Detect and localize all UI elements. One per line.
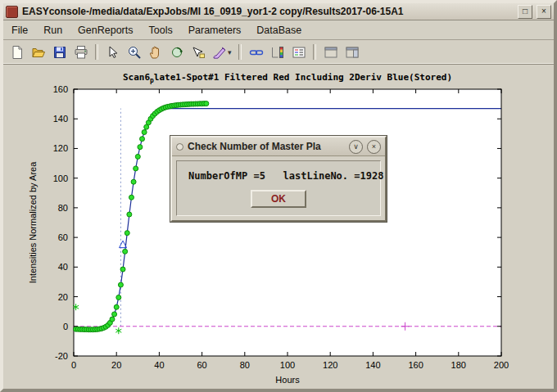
svg-text:0: 0 [63, 322, 68, 331]
plot-title-post: late1-Spot#1 Filtered Red Including 2Der… [154, 72, 452, 83]
toolbar-separator [313, 44, 316, 60]
dialog-button-row: OK [183, 190, 374, 208]
open-button[interactable] [28, 43, 48, 61]
minimize-button[interactable]: □ [518, 5, 532, 19]
dialog-shade-button[interactable]: ∨ [349, 140, 363, 154]
close-button[interactable]: × [537, 5, 551, 19]
menu-item-genreports[interactable]: GenReports [78, 25, 133, 36]
svg-text:40: 40 [154, 360, 164, 370]
svg-text:60: 60 [197, 360, 206, 370]
pan-hand-icon [148, 45, 163, 60]
close-icon: × [372, 142, 376, 151]
brush-button[interactable] [209, 43, 229, 61]
svg-text:160: 160 [408, 360, 423, 370]
link-plots-button[interactable] [246, 43, 266, 61]
toolbar: ▾ [3, 40, 554, 65]
window-title: EASYconsole-/media/data/ExpJobs/MI 16_09… [22, 6, 514, 17]
save-button[interactable] [49, 43, 70, 61]
brush-icon [212, 45, 227, 60]
svg-text:120: 120 [323, 360, 337, 370]
plot-background [74, 89, 501, 356]
dialog-message: NumberOfMP =5 lastLineNo. =1928 [188, 170, 374, 182]
show-plot-tools-icon [345, 45, 360, 60]
open-folder-icon [31, 45, 46, 60]
menu-item-run[interactable]: Run [43, 25, 62, 36]
svg-text:140: 140 [53, 114, 68, 124]
dialog-body: NumberOfMP =5 lastLineNo. =1928 OK [176, 160, 381, 216]
pan-button[interactable] [145, 43, 165, 61]
plot-title: Scan6plate1-Spot#1 Filtered Red Includin… [74, 72, 501, 84]
close-icon: × [541, 7, 546, 16]
toolbar-separator [238, 44, 242, 60]
svg-text:80: 80 [58, 203, 68, 213]
svg-text:180: 180 [451, 360, 466, 370]
svg-text:120: 120 [53, 143, 68, 153]
insert-legend-button[interactable] [288, 43, 309, 61]
zoom-in-icon [127, 45, 142, 60]
data-cursor-icon [191, 45, 206, 60]
svg-text:100: 100 [53, 173, 68, 183]
menu-bar: File Run GenReports Tools Parameters Dat… [3, 20, 554, 40]
svg-text:0: 0 [71, 360, 76, 370]
show-plot-tools-button[interactable] [342, 43, 362, 61]
svg-text:-20: -20 [55, 351, 68, 361]
y-axis-label: Intensities Normalized by Area [28, 161, 38, 283]
hide-plot-tools-icon [324, 45, 338, 60]
svg-text:80: 80 [240, 360, 250, 370]
new-file-icon [10, 45, 25, 60]
chart-canvas[interactable]: 020406080100120140160180200-200204060801… [3, 65, 554, 389]
zoom-in-button[interactable] [124, 43, 144, 61]
ok-button[interactable]: OK [251, 190, 306, 208]
brush-dropdown-arrow[interactable]: ▾ [228, 48, 234, 56]
toolbar-separator [95, 44, 98, 60]
menu-item-database[interactable]: DataBase [256, 25, 301, 36]
menu-item-tools[interactable]: Tools [149, 25, 173, 36]
svg-text:20: 20 [58, 292, 68, 302]
dialog-icon [176, 143, 183, 151]
title-bar[interactable]: EASYconsole-/media/data/ExpJobs/MI 16_09… [3, 3, 554, 20]
svg-text:20: 20 [111, 360, 121, 370]
dialog-title: Check Number of Master Pla [188, 141, 345, 152]
svg-text:60: 60 [58, 232, 68, 242]
data-cursor-button[interactable] [188, 43, 208, 61]
legend-icon [292, 45, 306, 60]
plot-title-pre: Scan6 [123, 72, 150, 83]
svg-text:200: 200 [494, 360, 509, 370]
app-window: EASYconsole-/media/data/ExpJobs/MI 16_09… [0, 0, 557, 392]
svg-text:160: 160 [53, 84, 68, 94]
colorbar-icon [270, 45, 285, 60]
svg-text:140: 140 [365, 360, 380, 370]
menu-item-parameters[interactable]: Parameters [188, 25, 242, 36]
dialog-title-bar[interactable]: Check Number of Master Pla ∨ × [172, 137, 385, 156]
menu-item-file[interactable]: File [11, 25, 28, 36]
save-icon [52, 45, 67, 60]
chevron-down-icon: ∨ [353, 142, 359, 151]
x-axis-label: Hours [275, 375, 300, 385]
dialog-close-button[interactable]: × [367, 140, 381, 154]
rotate-3d-icon [170, 45, 184, 60]
svg-text:100: 100 [280, 360, 295, 370]
minimize-icon: □ [523, 7, 528, 16]
window-menu-icon[interactable] [6, 6, 18, 18]
edit-plot-button[interactable] [102, 43, 123, 61]
svg-text:40: 40 [58, 262, 68, 272]
rotate-3d-button[interactable] [166, 43, 187, 61]
hide-plot-tools-button[interactable] [320, 43, 341, 61]
edit-arrow-icon [106, 45, 120, 60]
print-icon [74, 45, 88, 60]
check-master-plates-dialog: Check Number of Master Pla ∨ × NumberOfM… [170, 136, 387, 222]
insert-colorbar-button[interactable] [267, 43, 288, 61]
print-button[interactable] [70, 43, 91, 61]
link-plots-icon [249, 45, 264, 60]
new-file-button[interactable] [7, 43, 27, 61]
figure-area: 020406080100120140160180200-200204060801… [3, 65, 554, 389]
